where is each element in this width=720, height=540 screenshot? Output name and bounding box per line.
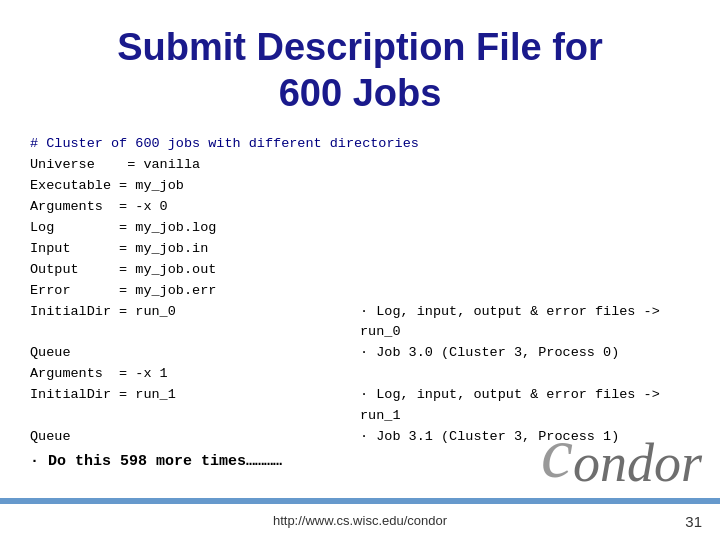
universe-line: Universe = vanilla xyxy=(30,155,690,176)
initialdir0-line: InitialDir = run_0 · Log, input, output … xyxy=(30,302,690,344)
queue0-line: Queue · Job 3.0 (Cluster 3, Process 0) xyxy=(30,343,690,364)
queue0-note: · Job 3.0 (Cluster 3, Process 0) xyxy=(360,343,619,364)
bottom-bar xyxy=(0,498,720,504)
do-more-text: · Do this 598 more times………… xyxy=(30,453,282,470)
slide-title: Submit Description File for 600 Jobs xyxy=(30,25,690,116)
title-line1: Submit Description File for xyxy=(117,26,603,68)
title-line2: 600 Jobs xyxy=(279,72,442,114)
comment-text: # Cluster of 600 jobs with different dir… xyxy=(30,134,419,155)
queue1-key: Queue xyxy=(30,427,360,448)
output-key-val: Output = my_job.out xyxy=(30,260,360,281)
input-key-val: Input = my_job.in xyxy=(30,239,360,260)
page-number: 31 xyxy=(685,513,702,530)
arguments0-line: Arguments = -x 0 xyxy=(30,197,690,218)
error-key-val: Error = my_job.err xyxy=(30,281,360,302)
executable-key-val: Executable = my_job xyxy=(30,176,360,197)
arguments1-line: Arguments = -x 1 xyxy=(30,364,690,385)
footer-url: http://www.cs.wisc.edu/condor xyxy=(273,513,447,528)
executable-line: Executable = my_job xyxy=(30,176,690,197)
condor-rest-letters: ondor xyxy=(573,433,702,493)
initialdir1-key-val: InitialDir = run_1 xyxy=(30,385,360,406)
slide: Submit Description File for 600 Jobs # C… xyxy=(0,0,720,540)
condor-c-letter: c xyxy=(541,413,573,493)
arguments0-key-val: Arguments = -x 0 xyxy=(30,197,360,218)
output-line: Output = my_job.out xyxy=(30,260,690,281)
arguments1-key-val: Arguments = -x 1 xyxy=(30,364,360,385)
comment-line: # Cluster of 600 jobs with different dir… xyxy=(30,134,690,155)
log-key-val: Log = my_job.log xyxy=(30,218,360,239)
error-line: Error = my_job.err xyxy=(30,281,690,302)
queue0-key: Queue xyxy=(30,343,360,364)
condor-logo: condor xyxy=(541,417,702,490)
initialdir0-note: · Log, input, output & error files -> ru… xyxy=(360,302,690,344)
log-line: Log = my_job.log xyxy=(30,218,690,239)
initialdir0-key-val: InitialDir = run_0 xyxy=(30,302,360,323)
universe-key-val: Universe = vanilla xyxy=(30,155,360,176)
input-line: Input = my_job.in xyxy=(30,239,690,260)
